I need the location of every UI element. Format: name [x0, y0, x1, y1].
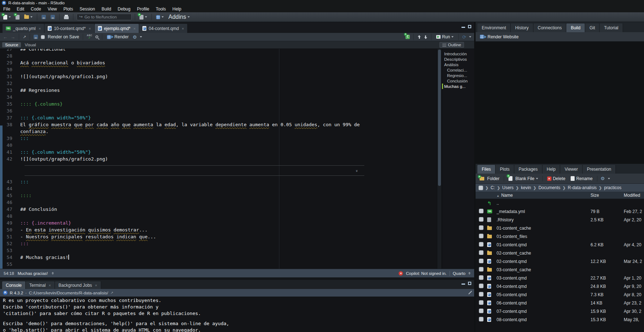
code-line[interactable]: 37::: {.column width="50%"}	[0, 114, 437, 121]
console-output[interactable]: R es un proyecto colaborativo con muchos…	[0, 297, 474, 332]
code-line[interactable]: 56	[0, 268, 437, 269]
editor-scrollbar[interactable]	[437, 49, 442, 269]
code-line[interactable]: 27## Correlacional	[0, 49, 437, 52]
goto-file-function-input[interactable]: ↪ Go to file/function	[77, 14, 132, 20]
menu-build[interactable]: Build	[98, 6, 115, 12]
file-name[interactable]: 03-content_cache	[497, 267, 591, 272]
spellcheck-icon[interactable]: ABC✓	[87, 34, 93, 40]
file-row[interactable]: 01-content_files	[476, 232, 644, 241]
file-row[interactable]: 01-content.qmd6.2 KBApr 4, 20	[476, 241, 644, 249]
file-name[interactable]: 07-content.qmd	[497, 309, 591, 314]
delete-button[interactable]: × Delete	[546, 175, 567, 182]
code-line[interactable]: 52:::	[0, 240, 437, 247]
open-file-button[interactable]	[23, 14, 34, 20]
file-row[interactable]: 08-content.qmd15.3 KBMay 28,	[476, 315, 644, 324]
menu-tools[interactable]: Tools	[153, 6, 169, 12]
menu-session[interactable]: Session	[76, 6, 98, 12]
file-row[interactable]: 05-content.qmd7.3 KBApr 8, 20	[476, 290, 644, 299]
tab-close-icon[interactable]: ×	[182, 26, 184, 31]
workspace-panes-button[interactable]	[155, 14, 165, 20]
copilot-status[interactable]: Copilot: Not signed in.	[406, 271, 447, 276]
insert-chunk-icon[interactable]: C	[405, 35, 410, 39]
tab-close-icon[interactable]: ×	[48, 283, 51, 288]
go-previous-section-icon[interactable]	[417, 35, 421, 39]
file-checkbox[interactable]	[479, 242, 484, 247]
filetype-caret-icon[interactable]	[468, 272, 471, 274]
print-button[interactable]	[63, 14, 70, 20]
file-row[interactable]: .Rhistory2.5 KBApr 2, 20	[476, 216, 644, 224]
tab-connections[interactable]: Connections	[533, 24, 567, 32]
file-row[interactable]: 01-content_cache	[476, 224, 644, 232]
file-row[interactable]: 07-content.qmd15.9 KBApr 30, 2	[476, 307, 644, 315]
tab-files[interactable]: Files	[477, 165, 495, 174]
file-checkbox[interactable]	[479, 267, 484, 272]
file-row[interactable]: 03-content_cache	[476, 265, 644, 274]
file-name[interactable]: 05-content.qmd	[497, 292, 591, 297]
minimize-pane-icon[interactable]	[461, 27, 465, 28]
file-checkbox[interactable]	[479, 225, 484, 230]
file-checkbox[interactable]	[479, 250, 484, 255]
rename-button[interactable]: Rename	[570, 175, 593, 182]
tab-close-icon[interactable]: ×	[39, 26, 41, 31]
tab-git[interactable]: Git	[585, 24, 600, 32]
new-file-button[interactable]	[2, 14, 12, 20]
select-all-checkbox[interactable]	[478, 186, 483, 190]
section-jump-caret-icon[interactable]	[52, 272, 54, 274]
rerun-caret-icon[interactable]	[469, 36, 471, 38]
file-row[interactable]: 03-content.qmd22.7 KBApr 1, 20	[476, 274, 644, 282]
version-control-button[interactable]	[138, 14, 148, 20]
menu-code[interactable]: Code	[27, 6, 44, 12]
file-row[interactable]: 02-content.qmd12.2 KBMar 24, 2	[476, 257, 644, 265]
file-name[interactable]: .Rhistory	[497, 217, 591, 222]
files-more-gear-icon[interactable]: ⚙	[601, 176, 605, 181]
file-name[interactable]: _metadata.yml	[497, 209, 591, 214]
code-line[interactable]: 40	[0, 142, 437, 149]
code-line[interactable]: 32	[0, 80, 437, 87]
code-line[interactable]: 50- En esta investigación quisimos demos…	[0, 226, 437, 233]
code-line[interactable]: 29Acá correlacional o bivariados	[0, 59, 437, 66]
tab-tutorial[interactable]: Tutorial	[600, 24, 623, 32]
section-jump-menu[interactable]: Muchas gracias!	[18, 271, 48, 276]
menu-plots[interactable]: Plots	[60, 6, 77, 12]
outline-item-correlaci[interactable]: Correlaci...	[442, 67, 474, 73]
code-line[interactable]: 36	[0, 107, 437, 114]
render-website-button[interactable]: Render Website	[479, 34, 520, 40]
breadcrumb-users[interactable]: Users	[502, 185, 514, 190]
code-line[interactable]: 31![](output/graphs/grafico1.png)	[0, 73, 437, 80]
tab-environment[interactable]: Environment	[477, 24, 511, 32]
code-line[interactable]: 33## Regresiones	[0, 87, 437, 94]
find-replace-icon[interactable]	[95, 35, 98, 38]
menu-file[interactable]: File	[0, 6, 13, 12]
tab-close-icon[interactable]: ×	[95, 283, 97, 288]
file-row[interactable]: 02-content_cache	[476, 249, 644, 257]
editor-tab-04-contentqmd[interactable]: 04-content.qmd×	[139, 24, 188, 33]
code-line[interactable]: 55	[0, 261, 437, 268]
breadcrumb-practicos[interactable]: practicos	[604, 185, 621, 190]
back-icon[interactable]: ←	[3, 34, 8, 40]
code-line[interactable]: confianza.	[0, 128, 437, 135]
file-name[interactable]: 04-content.qmd	[497, 284, 591, 289]
file-checkbox[interactable]	[479, 217, 484, 222]
code-line[interactable]: 45::::	[0, 192, 437, 199]
file-checkbox[interactable]	[479, 259, 484, 263]
popout-window-icon[interactable]: ↗	[23, 35, 26, 39]
file-row[interactable]: ↰..	[476, 199, 644, 207]
r-version[interactable]: R 4.3.2	[10, 291, 23, 295]
tab-history[interactable]: History	[511, 24, 533, 32]
editor-tab-10-contentqmd[interactable]: 10-content.qmd*×	[44, 24, 95, 33]
file-name[interactable]: 06-content.qmd	[497, 301, 591, 306]
render-on-save-checkbox[interactable]	[41, 35, 45, 39]
tab-build[interactable]: Build	[566, 24, 585, 32]
breadcrumb-documents[interactable]: Documents	[538, 185, 561, 190]
go-next-section-icon[interactable]	[424, 35, 428, 39]
file-row[interactable]: YML_metadata.yml79 BFeb 27, 2	[476, 207, 644, 216]
code-line[interactable]: 48	[0, 213, 437, 220]
save-button[interactable]	[40, 14, 47, 20]
files-more-caret-icon[interactable]	[608, 178, 610, 179]
render-button[interactable]: Render	[106, 34, 130, 40]
file-row[interactable]: 06-content.qmd14 KBApr 23, 2	[476, 299, 644, 307]
file-checkbox[interactable]	[479, 234, 484, 238]
save-all-button[interactable]	[50, 14, 56, 20]
forward-icon[interactable]: →	[10, 34, 15, 40]
outline-item-conclusin[interactable]: Conclusión	[442, 78, 474, 84]
